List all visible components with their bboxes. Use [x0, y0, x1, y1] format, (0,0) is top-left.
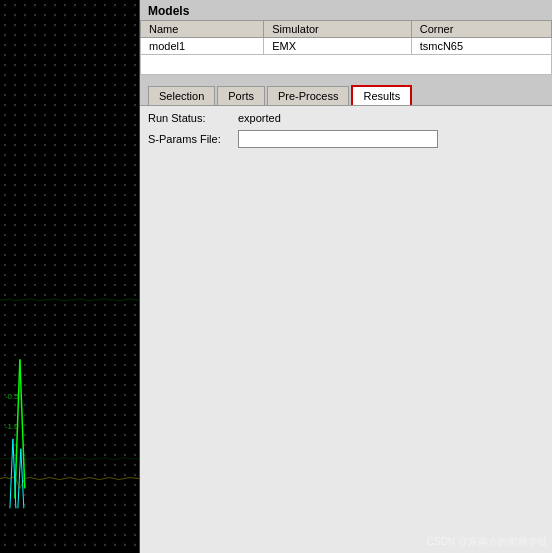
sparams-file-input[interactable] [238, 130, 438, 148]
tab-ports[interactable]: Ports [217, 86, 265, 105]
svg-rect-1 [0, 2, 139, 551]
tabs-container: Selection Ports Pre-Process Results [140, 79, 552, 105]
col-name: Name [141, 21, 264, 38]
table-row[interactable]: model1 EMX tsmcN65 [141, 38, 552, 55]
models-header: Models [140, 0, 552, 20]
col-corner: Corner [411, 21, 551, 38]
col-simulator: Simulator [264, 21, 411, 38]
table-row-empty [141, 55, 552, 75]
models-section: Models Name Simulator Corner model1 EMX … [140, 0, 552, 75]
tab-preprocess[interactable]: Pre-Process [267, 86, 350, 105]
sparams-file-label: S-Params File: [148, 133, 238, 145]
watermark: CSDN @东南方的射频学徒 [427, 535, 548, 549]
tab-selection[interactable]: Selection [148, 86, 215, 105]
waveform-panel: -0.5 -1.0 [0, 0, 140, 553]
cell-name: model1 [141, 38, 264, 55]
cell-corner: tsmcN65 [411, 38, 551, 55]
run-status-value: exported [238, 112, 281, 124]
waveform-area: -0.5 -1.0 [0, 0, 139, 553]
results-content-panel: Run Status: exported S-Params File: [140, 105, 552, 553]
svg-text:-0.5: -0.5 [5, 392, 19, 401]
right-panel: Models Name Simulator Corner model1 EMX … [140, 0, 552, 553]
tab-results[interactable]: Results [351, 85, 412, 105]
run-status-row: Run Status: exported [148, 112, 544, 124]
run-status-label: Run Status: [148, 112, 238, 124]
sparams-file-row: S-Params File: [148, 130, 544, 148]
cell-simulator: EMX [264, 38, 411, 55]
models-table: Name Simulator Corner model1 EMX tsmcN65 [140, 20, 552, 75]
